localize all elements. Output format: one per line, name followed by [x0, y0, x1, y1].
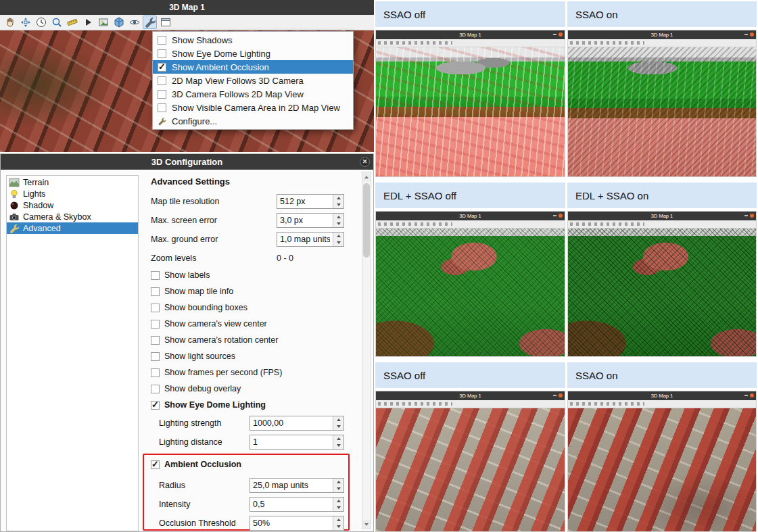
- spin-up-icon[interactable]: [333, 479, 344, 485]
- spin-arrows[interactable]: [333, 479, 344, 492]
- max-screen-error-spinbox[interactable]: [277, 213, 344, 228]
- close-icon[interactable]: [360, 157, 370, 167]
- ao-radius-value[interactable]: [250, 479, 333, 492]
- checkbox[interactable]: [158, 49, 166, 58]
- spin-up-icon[interactable]: [333, 233, 344, 239]
- spin-up-icon[interactable]: [333, 416, 344, 423]
- checkbox[interactable]: [151, 320, 160, 329]
- spin-down-icon[interactable]: [333, 504, 344, 511]
- checkbox-show-camera-view-center[interactable]: Show camera's view center: [151, 318, 267, 329]
- spin-down-icon[interactable]: [333, 201, 344, 208]
- menu-item-show-edl[interactable]: Show Eye Dome Lighting: [153, 47, 353, 60]
- spin-down-icon[interactable]: [333, 423, 344, 430]
- checkbox-checked[interactable]: [151, 460, 160, 469]
- spin-down-icon[interactable]: [333, 442, 344, 449]
- field-zoom-levels: Zoom levels: [151, 251, 196, 266]
- checkbox[interactable]: [151, 271, 160, 280]
- checkbox[interactable]: [158, 36, 166, 45]
- shadow-sphere-icon: [9, 200, 20, 211]
- checkbox-show-fps[interactable]: Show frames per second (FPS): [151, 367, 282, 378]
- sidebar-item-terrain[interactable]: Terrain: [7, 176, 138, 188]
- checkbox-show-bounding-boxes[interactable]: Show bounding boxes: [151, 302, 247, 313]
- checkbox-ambient-occlusion[interactable]: Ambient Occlusion: [151, 459, 241, 470]
- spin-down-icon[interactable]: [333, 485, 344, 492]
- spin-arrows[interactable]: [333, 195, 344, 208]
- checkbox[interactable]: [158, 76, 166, 85]
- field-label: Lighting strength: [159, 418, 221, 428]
- ao-threshold-spinbox[interactable]: [250, 516, 344, 531]
- menu-item-configure[interactable]: Configure...: [153, 114, 353, 128]
- spin-arrows[interactable]: [333, 516, 344, 530]
- lighting-strength-spinbox[interactable]: [250, 416, 344, 431]
- ao-intensity-value[interactable]: [250, 498, 333, 511]
- checkbox[interactable]: [151, 368, 160, 377]
- save-image-icon[interactable]: [96, 16, 110, 29]
- measure-line-icon[interactable]: [65, 16, 79, 29]
- spin-up-icon[interactable]: [333, 516, 344, 523]
- checkbox[interactable]: [151, 287, 160, 296]
- animations-icon[interactable]: [34, 16, 48, 29]
- sidebar-item-advanced[interactable]: Advanced: [7, 222, 138, 234]
- max-ground-error-value[interactable]: [277, 233, 333, 246]
- ao-threshold-value[interactable]: [250, 516, 333, 530]
- ao-radius-spinbox[interactable]: [250, 478, 344, 493]
- scroll-up-icon[interactable]: [362, 172, 371, 181]
- menu-item-show-shadows[interactable]: Show Shadows: [153, 33, 353, 47]
- debug-panel-icon[interactable]: [158, 16, 172, 29]
- show-effects-icon[interactable]: [127, 16, 141, 29]
- spin-down-icon[interactable]: [333, 220, 344, 227]
- spin-up-icon[interactable]: [333, 195, 344, 201]
- spin-arrows[interactable]: [333, 233, 344, 246]
- checkbox-show-light-sources[interactable]: Show light sources: [151, 351, 235, 362]
- checkbox[interactable]: [158, 103, 166, 112]
- checkbox-show-debug-overlay[interactable]: Show debug overlay: [151, 383, 241, 394]
- spin-arrows[interactable]: [333, 435, 344, 449]
- mini-window-titlebar: 3D Map 1: [376, 391, 565, 400]
- spin-up-icon[interactable]: [333, 498, 344, 504]
- map-tile-resolution-value[interactable]: [277, 195, 333, 208]
- checkbox-show-map-tile-info[interactable]: Show map tile info: [151, 286, 233, 297]
- max-screen-error-value[interactable]: [277, 214, 333, 227]
- scrollbar-thumb[interactable]: [363, 183, 370, 258]
- checkbox[interactable]: [151, 352, 160, 361]
- menu-item-label: Show Visible Camera Area in 2D Map View: [172, 103, 340, 113]
- checkbox[interactable]: [151, 385, 160, 393]
- sidebar-item-lights[interactable]: Lights: [7, 188, 138, 199]
- spin-down-icon[interactable]: [333, 239, 344, 246]
- lighting-strength-value[interactable]: [250, 416, 333, 430]
- spin-arrows[interactable]: [333, 498, 344, 511]
- spin-arrows[interactable]: [333, 416, 344, 430]
- lighting-distance-spinbox[interactable]: [250, 435, 344, 450]
- checkbox-show-camera-rotation-center[interactable]: Show camera's rotation center: [151, 335, 278, 345]
- map-tile-resolution-spinbox[interactable]: [277, 194, 344, 209]
- spin-up-icon[interactable]: [333, 435, 344, 442]
- checkbox-checked[interactable]: [151, 401, 160, 410]
- checkbox[interactable]: [151, 304, 160, 312]
- spin-up-icon[interactable]: [333, 214, 344, 220]
- dialog-scrollbar[interactable]: [362, 172, 371, 529]
- lighting-distance-value[interactable]: [250, 435, 333, 449]
- play-animation-icon[interactable]: [80, 16, 95, 29]
- scroll-down-icon[interactable]: [362, 520, 371, 529]
- menu-item-2d-follows-3d[interactable]: 2D Map View Follows 3D Camera: [153, 74, 353, 87]
- checkbox[interactable]: [158, 90, 166, 99]
- max-ground-error-spinbox[interactable]: [277, 232, 344, 247]
- checkbox-checked[interactable]: [158, 63, 166, 72]
- export-scene-icon[interactable]: [112, 16, 126, 29]
- checkbox-show-labels[interactable]: Show labels: [151, 270, 210, 281]
- menu-item-3d-follows-2d[interactable]: 3D Camera Follows 2D Map View: [153, 87, 353, 101]
- camera-control-icon[interactable]: [3, 16, 17, 29]
- checkbox-show-eye-dome-lighting[interactable]: Show Eye Dome Lighting: [151, 400, 266, 410]
- menu-item-show-ambient-occlusion[interactable]: Show Ambient Occlusion: [153, 60, 353, 74]
- spin-arrows[interactable]: [333, 214, 344, 227]
- ao-intensity-spinbox[interactable]: [250, 497, 344, 512]
- zoom-full-icon[interactable]: [18, 16, 32, 29]
- sidebar-item-camera-skybox[interactable]: Camera & Skybox: [7, 211, 138, 222]
- checkbox[interactable]: [151, 336, 160, 345]
- header-ssao-on-1: SSAO on: [567, 1, 757, 27]
- effects-options-icon[interactable]: [143, 16, 157, 29]
- spin-down-icon[interactable]: [333, 523, 344, 530]
- identify-icon[interactable]: [49, 16, 64, 29]
- menu-item-show-visible-camera-area[interactable]: Show Visible Camera Area in 2D Map View: [153, 101, 353, 114]
- sidebar-item-shadow[interactable]: Shadow: [7, 199, 138, 211]
